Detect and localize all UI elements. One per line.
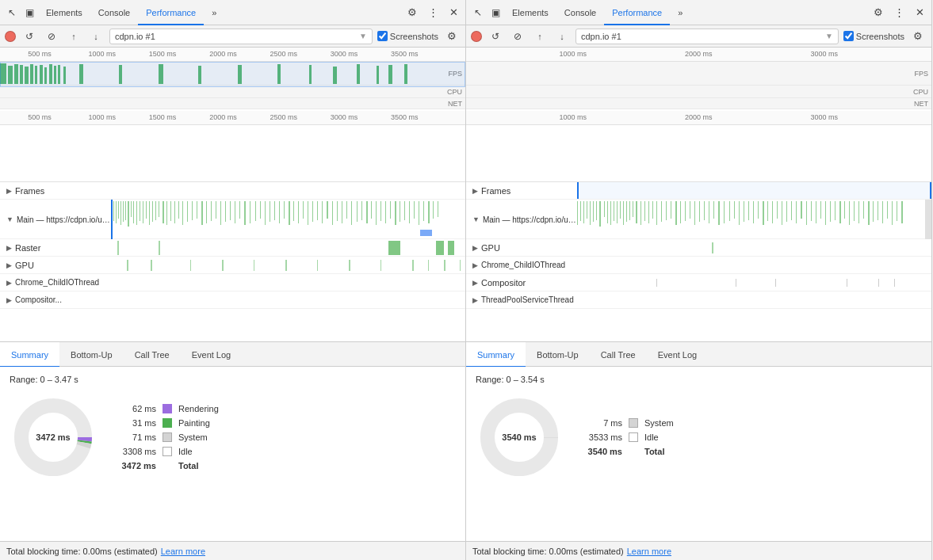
gpu-text-left: GPU: [15, 261, 34, 270]
screenshots-checkbox-left[interactable]: [377, 31, 388, 41]
svg-rect-184: [830, 201, 831, 222]
more-icon-left[interactable]: ⋮: [424, 4, 442, 21]
right-main-row[interactable]: ▼ Main — https://cdpn.io/una/debug/c9edd…: [466, 200, 931, 239]
right-frames-row[interactable]: ▶ Frames: [466, 182, 931, 200]
tab-console-right[interactable]: Console: [556, 0, 604, 25]
upload-icon-left[interactable]: ↑: [65, 28, 82, 45]
left-legend-idle: 3308 ms Idle: [113, 447, 219, 456]
svg-rect-89: [380, 201, 381, 221]
left-tab-eventlog[interactable]: Event Log: [181, 342, 243, 368]
device-icon-right[interactable]: ▣: [487, 4, 504, 21]
left-legend-painting: 31 ms Painting: [113, 418, 219, 428]
close-icon-right[interactable]: ✕: [911, 4, 928, 21]
screenshots-label-left[interactable]: Screenshots: [377, 31, 438, 41]
cursor-icon-right[interactable]: ↖: [469, 4, 487, 21]
right-compositor-row[interactable]: ▶ Compositor: [466, 274, 931, 291]
gpu-text-right: GPU: [481, 243, 500, 253]
right-child-row[interactable]: ▶ Chrome_ChildIOThread: [466, 257, 931, 274]
right-blocking-text: Total blocking time: 0.00ms (estimated): [472, 547, 624, 556]
left-child-row[interactable]: ▶ Chrome_ChildIOThread: [0, 274, 465, 291]
tab-console-left[interactable]: Console: [90, 0, 138, 25]
left-fps-chart: [0, 62, 446, 86]
right-tab-eventlog[interactable]: Event Log: [647, 342, 709, 368]
screenshots-label-right[interactable]: Screenshots: [843, 31, 904, 41]
download-icon-right[interactable]: ↓: [553, 28, 571, 45]
svg-rect-139: [623, 201, 624, 225]
main-text-left: Main — https://cdpn.io/una/debug/c9edd..…: [17, 215, 111, 224]
svg-rect-125: [577, 201, 578, 225]
reload-icon-left[interactable]: ↺: [21, 28, 38, 45]
settings-icon-right[interactable]: ⚙: [870, 4, 887, 21]
left-toolbar: ↖ ▣ Elements Console Performance » ⚙ ⋮ ✕: [0, 0, 465, 25]
device-icon[interactable]: ▣: [21, 4, 38, 21]
svg-rect-138: [620, 201, 621, 219]
download-icon-left[interactable]: ↓: [87, 28, 105, 45]
svg-rect-10: [54, 66, 56, 84]
settings2-icon-left[interactable]: ⚙: [443, 28, 461, 45]
upload-icon-right[interactable]: ↑: [531, 28, 549, 45]
left-ruler: 500 ms 1000 ms 1500 ms 2000 ms 2500 ms 3…: [0, 48, 465, 62]
left-tab-calltree[interactable]: Call Tree: [124, 342, 181, 368]
svg-rect-110: [190, 260, 191, 271]
right-cpu-label: CPU: [913, 88, 928, 96]
svg-rect-27: [116, 201, 117, 223]
svg-rect-192: [868, 201, 870, 225]
left-tab-bottomup[interactable]: Bottom-Up: [59, 342, 124, 368]
screenshots-checkbox-right[interactable]: [843, 31, 854, 41]
clear-icon-right[interactable]: ⊘: [509, 28, 526, 45]
settings-icon-left[interactable]: ⚙: [403, 4, 421, 21]
svg-rect-35: [136, 201, 137, 225]
left-frames-row[interactable]: ▶ Frames: [0, 182, 465, 200]
right-net-bar: NET: [466, 98, 931, 109]
left-compositor-row[interactable]: ▶ Compositor...: [0, 291, 465, 309]
left-cpu-bar: CPU: [0, 86, 465, 98]
reload-icon-right[interactable]: ↺: [487, 28, 504, 45]
settings2-icon-right[interactable]: ⚙: [909, 28, 927, 45]
svg-rect-105: [388, 241, 400, 255]
frames-arrow-right: ▶: [472, 187, 478, 195]
close-icon-left[interactable]: ✕: [445, 4, 462, 21]
right-tab-calltree[interactable]: Call Tree: [590, 342, 647, 368]
left-learn-more[interactable]: Learn more: [161, 547, 205, 556]
left-status-bar: Total blocking time: 0.00ms (estimated) …: [0, 541, 465, 560]
left-toolbar2: ↺ ⊘ ↑ ↓ cdpn.io #1 ▼ Screenshots ⚙: [0, 25, 465, 48]
svg-rect-113: [285, 260, 287, 271]
svg-rect-93: [400, 201, 400, 222]
left-net-label: NET: [448, 100, 462, 108]
right-gpu-row[interactable]: ▶ GPU: [466, 239, 931, 257]
right-fps-bar: FPS: [466, 62, 931, 86]
child-text-right: Chrome_ChildIOThread: [481, 261, 565, 269]
right-tab-bottomup[interactable]: Bottom-Up: [526, 342, 590, 368]
left-gpu-chart: [111, 257, 465, 273]
record-button-left[interactable]: [5, 31, 16, 42]
svg-rect-131: [596, 201, 597, 220]
left-raster-row[interactable]: ▶ Raster: [0, 239, 465, 257]
cursor-icon[interactable]: ↖: [3, 4, 21, 21]
url-text-left: cdpn.io #1: [115, 32, 359, 41]
svg-rect-100: [433, 201, 434, 219]
tab-more-right[interactable]: »: [670, 0, 690, 25]
tab-performance-left[interactable]: Performance: [138, 0, 204, 25]
svg-rect-177: [796, 201, 797, 223]
left-gpu-row[interactable]: ▶ GPU: [0, 257, 465, 274]
svg-rect-107: [448, 241, 454, 255]
right-learn-more[interactable]: Learn more: [627, 547, 671, 556]
tab-elements-right[interactable]: Elements: [504, 0, 556, 25]
right-tab-summary[interactable]: Summary: [466, 342, 526, 368]
right-threadpool-row[interactable]: ▶ ThreadPoolServiceThread: [466, 291, 931, 309]
svg-rect-199: [901, 201, 903, 223]
tab-performance-right[interactable]: Performance: [604, 0, 670, 25]
record-button-right[interactable]: [471, 31, 482, 42]
tab-more-left[interactable]: »: [204, 0, 224, 25]
right-detail-timelines[interactable]: ▶ Frames ▼ Main — https://cdpn.io/una/de…: [466, 182, 931, 341]
left-tab-summary[interactable]: Summary: [0, 342, 59, 368]
right-ruler-marks2: 1000 ms 2000 ms 3000 ms: [466, 111, 931, 124]
left-main-row[interactable]: ▼ Main — https://cdpn.io/una/debug/c9edd…: [0, 200, 465, 239]
child-arrow-right: ▶: [472, 261, 478, 269]
svg-rect-1: [8, 66, 13, 84]
more-icon-right[interactable]: ⋮: [890, 4, 908, 21]
clear-icon-left[interactable]: ⊘: [43, 28, 60, 45]
tab-elements-left[interactable]: Elements: [38, 0, 90, 25]
svg-rect-149: [661, 201, 662, 222]
left-detail-timelines[interactable]: ▶ Frames ▼ Main — https://cdpn.io/una/de…: [0, 182, 465, 341]
